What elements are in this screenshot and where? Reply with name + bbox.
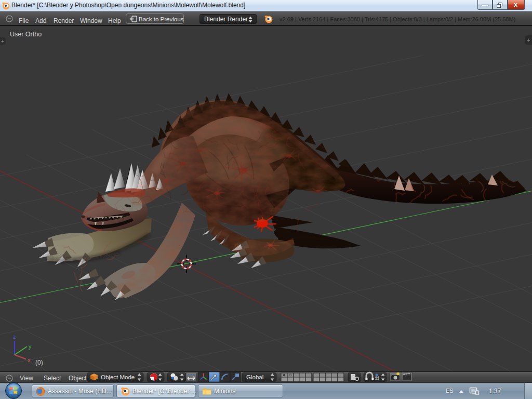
- svg-text:(0): (0): [35, 359, 43, 366]
- svg-text:z: z: [13, 334, 16, 340]
- svg-text:x: x: [28, 357, 31, 363]
- svg-text:+: +: [1, 38, 4, 44]
- svg-text:y: y: [29, 343, 32, 350]
- svg-text:User Ortho: User Ortho: [10, 31, 42, 38]
- svg-text:Object Mode: Object Mode: [101, 374, 135, 380]
- svg-text:+: +: [527, 37, 530, 43]
- svg-text:Global: Global: [246, 374, 263, 380]
